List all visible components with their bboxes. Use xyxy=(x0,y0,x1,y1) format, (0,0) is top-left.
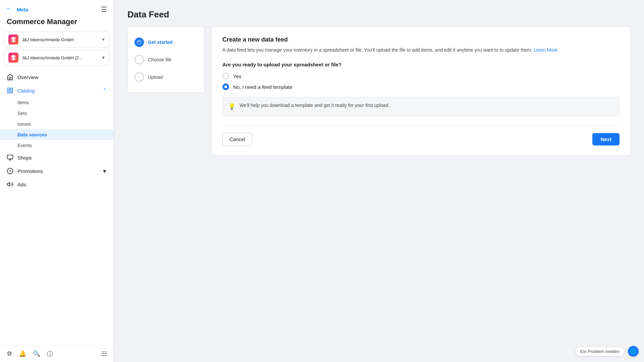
bottom-bar: Ein Problem melden 🌐 xyxy=(575,346,639,357)
sidebar-nav: Overview Catalog ⌃ Items Sets Issues xyxy=(0,68,114,346)
sidebar-sub-item-sets[interactable]: Sets xyxy=(0,108,114,119)
account-avatar-1 xyxy=(8,35,18,45)
form-actions: Cancel Next xyxy=(222,126,620,146)
radio-option-no[interactable]: No, I need a feed template xyxy=(222,83,620,90)
sidebar-item-label-promotions: Promotions xyxy=(17,168,43,174)
sidebar-item-shops[interactable]: Shops xyxy=(0,151,114,164)
help-icon[interactable]: ⓘ xyxy=(47,350,53,358)
chevron-down-icon-promotions: ▼ xyxy=(102,168,107,174)
radio-circle-yes xyxy=(222,73,229,79)
step-circle-3 xyxy=(135,72,144,82)
page-title: Data Feed xyxy=(127,9,631,20)
sidebar-item-label-catalog: Catalog xyxy=(17,88,35,94)
sidebar-sub-item-issues[interactable]: Issues xyxy=(0,119,114,129)
form-panel: Create a new data feed A data feed lets … xyxy=(211,26,631,156)
step-circle-2 xyxy=(135,55,144,64)
chevron-down-icon-1: ▼ xyxy=(101,37,105,42)
step-circle-1 xyxy=(135,38,144,47)
learn-more-link[interactable]: Learn More xyxy=(534,47,558,53)
svg-marker-10 xyxy=(7,182,10,186)
sidebar-bottom: ⚙ 🔔 🔍 ⓘ ☷ xyxy=(0,346,114,362)
form-title: Create a new data feed xyxy=(222,36,620,43)
sidebar-item-promotions[interactable]: Promotions ▼ xyxy=(0,164,114,178)
chevron-down-icon-2: ▼ xyxy=(101,55,105,60)
sidebar-header: Meta ☰ xyxy=(0,0,114,16)
sidebar-item-ads[interactable]: Ads xyxy=(0,178,114,191)
hamburger-icon[interactable]: ☰ xyxy=(101,5,107,13)
svg-rect-1 xyxy=(11,88,13,90)
step-item-get-started[interactable]: Get started xyxy=(128,34,204,51)
sidebar-item-label-ads: Ads xyxy=(17,182,26,187)
radio-group: Yes No, I need a feed template xyxy=(222,73,620,90)
svg-rect-4 xyxy=(7,155,13,159)
info-box: 💡 We'll help you download a template and… xyxy=(222,97,620,116)
step-label-1: Get started xyxy=(148,40,173,45)
lightbulb-icon: 💡 xyxy=(228,102,235,111)
sidebar-sub-item-events[interactable]: Events xyxy=(0,140,114,151)
sidebar-item-label-overview: Overview xyxy=(17,74,39,80)
main-content: Data Feed Get started Choose file xyxy=(114,0,644,362)
radio-label-yes: Yes xyxy=(233,73,241,79)
language-globe-button[interactable]: 🌐 xyxy=(628,346,639,357)
globe-icon: 🌐 xyxy=(630,348,637,355)
account-name-2: J&J Ideenschmiede GmbH (2... xyxy=(22,55,98,60)
account-avatar-2 xyxy=(8,53,18,63)
account-name-1: J&J Ideenschmiede GmbH xyxy=(22,37,98,42)
svg-rect-0 xyxy=(8,88,10,90)
step-item-choose-file[interactable]: Choose file xyxy=(128,51,204,68)
notification-icon[interactable]: 🔔 xyxy=(19,350,26,358)
svg-rect-3 xyxy=(11,91,13,93)
step-item-upload[interactable]: Upload xyxy=(128,68,204,86)
account-switcher-2[interactable]: J&J Ideenschmiede GmbH (2... ▼ xyxy=(4,50,110,66)
sidebar-item-overview[interactable]: Overview xyxy=(0,70,114,84)
radio-option-yes[interactable]: Yes xyxy=(222,73,620,79)
cancel-button[interactable]: Cancel xyxy=(222,133,252,146)
form-question: Are you ready to upload your spreadsheet… xyxy=(222,62,620,67)
brand-label: Meta xyxy=(17,7,28,12)
page-header: Data Feed xyxy=(114,0,644,26)
meta-logo: Meta xyxy=(7,6,28,13)
step-label-2: Choose file xyxy=(148,57,171,62)
svg-rect-2 xyxy=(8,91,10,93)
next-button[interactable]: Next xyxy=(592,133,620,145)
search-icon[interactable]: 🔍 xyxy=(33,350,40,358)
radio-label-no: No, I need a feed template xyxy=(233,84,292,90)
step-label-3: Upload xyxy=(148,74,163,80)
sidebar-item-catalog[interactable]: Catalog ⌃ xyxy=(0,84,114,97)
sidebar-item-label-shops: Shops xyxy=(17,155,32,161)
sidebar-toggle-icon[interactable]: ☷ xyxy=(102,350,107,358)
sidebar-sub-item-data-sources[interactable]: Data sources xyxy=(0,129,114,140)
wizard-area: Get started Choose file Upload Create a … xyxy=(114,26,644,362)
report-problem-button[interactable]: Ein Problem melden xyxy=(575,347,625,356)
svg-line-9 xyxy=(10,171,11,172)
chevron-up-icon-catalog: ⌃ xyxy=(103,87,107,94)
sidebar: Meta ☰ Commerce Manager J&J Ideenschmied… xyxy=(0,0,114,362)
form-description: A data feed lets you manage your invento… xyxy=(222,47,620,54)
account-switcher-1[interactable]: J&J Ideenschmiede GmbH ▼ xyxy=(4,32,110,48)
settings-icon[interactable]: ⚙ xyxy=(7,350,12,358)
commerce-manager-title: Commerce Manager xyxy=(0,16,114,32)
radio-circle-no xyxy=(222,83,229,90)
steps-panel: Get started Choose file Upload xyxy=(127,26,205,93)
info-text: We'll help you download a template and g… xyxy=(239,102,390,109)
sidebar-sub-item-items[interactable]: Items xyxy=(0,97,114,108)
